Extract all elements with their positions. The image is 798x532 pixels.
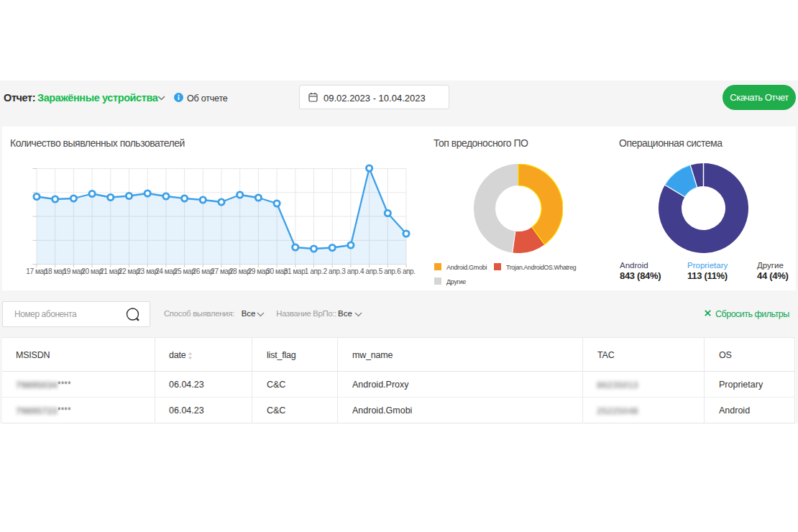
svg-text:2 апр.: 2 апр. [324,267,341,275]
svg-text:6 апр.: 6 апр. [397,267,415,275]
svg-text:5 апр.: 5 апр. [379,267,397,275]
svg-text:4 апр.: 4 апр. [360,267,378,275]
svg-text:1 апр.: 1 апр. [305,267,323,275]
svg-text:3 апр.: 3 апр. [341,267,359,275]
svg-text:31 мар.: 31 мар. [284,267,307,275]
